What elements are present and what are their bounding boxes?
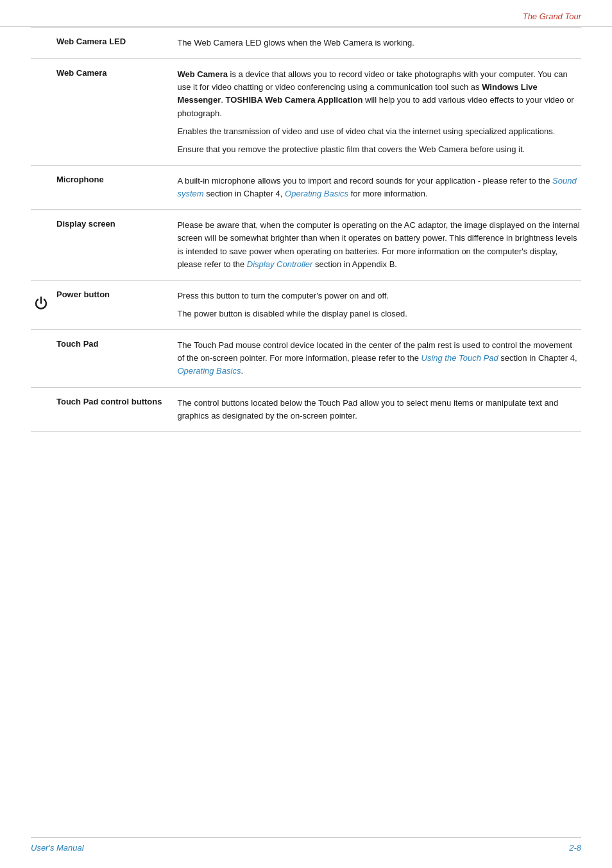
desc-cell: The Touch Pad mouse control device locat… xyxy=(172,330,581,387)
term-cell: Microphone xyxy=(56,165,172,209)
touch-pad-link[interactable]: Using the Touch Pad xyxy=(421,353,498,363)
desc-paragraph: Press this button to turn the computer's… xyxy=(177,290,581,302)
table-row: Microphone A built-in microphone allows … xyxy=(31,165,581,209)
page-header: The Grand Tour xyxy=(0,0,612,27)
term-cell: Display screen xyxy=(56,210,172,281)
table-row: Power button Press this button to turn t… xyxy=(31,280,581,329)
page-footer: User's Manual 2-8 xyxy=(31,837,581,853)
operating-basics-link2[interactable]: Operating Basics xyxy=(177,366,241,376)
content-table: Web Camera LED The Web Camera LED glows … xyxy=(31,27,581,432)
table-row: Touch Pad control buttons The control bu… xyxy=(31,387,581,431)
icon-cell xyxy=(31,330,56,387)
desc-paragraph: Web Camera is a device that allows you t… xyxy=(177,68,581,120)
header-title: The Grand Tour xyxy=(523,12,581,21)
term-cell: Touch Pad control buttons xyxy=(56,387,172,431)
term-cell: Web Camera LED xyxy=(56,28,172,59)
main-content: Web Camera LED The Web Camera LED glows … xyxy=(0,27,612,458)
footer-page-number: 2-8 xyxy=(569,843,581,853)
desc-paragraph: The power button is disabled while the d… xyxy=(177,308,581,320)
desc-cell: Please be aware that, when the computer … xyxy=(172,210,581,281)
display-controller-link[interactable]: Display Controller xyxy=(247,259,313,269)
icon-cell xyxy=(31,210,56,281)
term-cell: Touch Pad xyxy=(56,330,172,387)
desc-cell: The Web Camera LED glows when the Web Ca… xyxy=(172,28,581,59)
term-cell: Power button xyxy=(56,280,172,329)
table-row: Display screen Please be aware that, whe… xyxy=(31,210,581,281)
icon-cell xyxy=(31,387,56,431)
desc-paragraph: Please be aware that, when the computer … xyxy=(177,219,581,271)
desc-paragraph: Ensure that you remove the protective pl… xyxy=(177,143,581,156)
table-row: Touch Pad The Touch Pad mouse control de… xyxy=(31,330,581,387)
desc-paragraph: Enables the transmission of video and us… xyxy=(177,125,581,138)
operating-basics-link[interactable]: Operating Basics xyxy=(285,189,348,198)
sound-system-link[interactable]: Sound system xyxy=(177,176,576,198)
desc-paragraph: A built-in microphone allows you to impo… xyxy=(177,175,581,200)
icon-cell xyxy=(31,28,56,59)
desc-cell: Press this button to turn the computer's… xyxy=(172,280,581,329)
power-icon-cell xyxy=(31,280,56,329)
table-row: Web Camera LED The Web Camera LED glows … xyxy=(31,28,581,59)
desc-paragraph: The Web Camera LED glows when the Web Ca… xyxy=(177,37,581,49)
table-row: Web Camera Web Camera is a device that a… xyxy=(31,59,581,166)
term-cell: Web Camera xyxy=(56,59,172,166)
desc-paragraph: The control buttons located below the To… xyxy=(177,397,581,422)
icon-cell xyxy=(31,59,56,166)
power-icon xyxy=(32,295,50,313)
desc-cell: Web Camera is a device that allows you t… xyxy=(172,59,581,166)
desc-cell: A built-in microphone allows you to impo… xyxy=(172,165,581,209)
desc-cell: The control buttons located below the To… xyxy=(172,387,581,431)
footer-manual-label: User's Manual xyxy=(31,843,84,853)
desc-paragraph: The Touch Pad mouse control device locat… xyxy=(177,339,581,378)
icon-cell xyxy=(31,165,56,209)
